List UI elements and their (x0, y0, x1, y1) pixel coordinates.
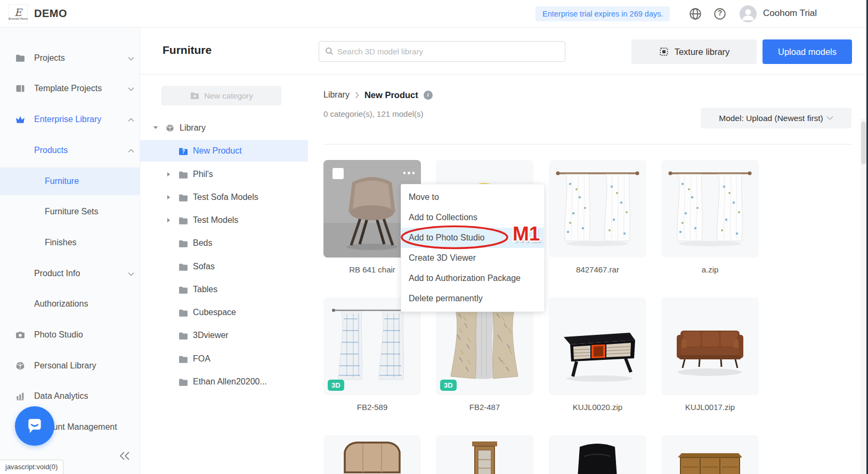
product-thumbnail[interactable] (661, 298, 759, 395)
tree-label: Test Models (193, 210, 238, 231)
menu-item-move-to[interactable]: Move to (401, 187, 544, 207)
tree-label: Tables (193, 279, 217, 300)
globe-icon[interactable] (688, 7, 702, 21)
info-glyph: i (424, 91, 433, 98)
question-glyph: ? (179, 148, 188, 156)
chat-widget-button[interactable] (15, 406, 54, 446)
product-card-a-zip[interactable]: a.zip (661, 160, 759, 276)
help-icon[interactable]: ? (713, 7, 727, 21)
product-thumbnail[interactable] (436, 435, 533, 474)
tree-node-test-sofa-models[interactable]: Test Sofa Models (140, 187, 308, 208)
company-logo[interactable]: E Emerald Home (9, 4, 28, 23)
sidebar-item-projects[interactable]: Projects (0, 44, 140, 72)
product-thumbnail[interactable] (661, 435, 759, 474)
chevron-up-icon (128, 118, 134, 122)
chevron-down-icon (128, 57, 134, 61)
product-card-headboard[interactable] (323, 435, 421, 474)
sidebar-item-furniture[interactable]: Furniture (0, 167, 140, 195)
more-actions-icon[interactable] (403, 172, 415, 174)
tree-node-3dviewer[interactable]: 3Dviewer (140, 325, 308, 346)
sidebar-label: Products (34, 136, 68, 164)
main-content: Texture library Upload models Library Ne… (308, 28, 868, 474)
topbar: E Emerald Home DEMO Enterprise trial exp… (0, 0, 868, 28)
floral-curtains-art (661, 160, 759, 258)
sidebar-item-products[interactable]: Products (0, 136, 140, 164)
folder-icon (178, 215, 189, 226)
sort-dropdown[interactable]: Model: Upload (Newest first) (701, 108, 851, 128)
product-thumbnail[interactable] (549, 298, 646, 395)
tree-node-tables[interactable]: Tables (140, 279, 308, 300)
search-input[interactable] (319, 41, 565, 62)
category-panel: Furniture New category Library ? New Pro… (140, 28, 308, 474)
template-icon (15, 83, 26, 94)
tree-node-beds[interactable]: Beds (140, 232, 308, 254)
scrollbar-thumb[interactable] (861, 122, 866, 164)
sidebar-item-template-projects[interactable]: Template Projects (0, 75, 140, 102)
new-category-label: New category (204, 91, 253, 100)
sidebar-item-authorizations[interactable]: Authorizations (0, 290, 140, 318)
tree-node-phils[interactable]: Phil's (140, 164, 308, 185)
product-card-8427467[interactable]: 8427467.rar (549, 160, 646, 276)
info-icon[interactable]: i (424, 91, 433, 100)
product-card-dresser[interactable] (661, 435, 759, 474)
tree-node-test-models[interactable]: Test Models (140, 210, 308, 231)
product-card-kujl0017[interactable]: KUJL0017.zip (661, 298, 759, 413)
tree-node-new-product[interactable]: ? New Product (140, 140, 308, 162)
caret-right-icon[interactable] (167, 218, 170, 222)
scrollbar-track[interactable] (861, 118, 866, 474)
product-thumbnail[interactable] (661, 160, 759, 258)
content-divider (323, 144, 852, 144)
sidebar-item-photo-studio[interactable]: Photo Studio (0, 321, 140, 349)
tall-cabinet-art (436, 435, 533, 474)
caret-right-icon[interactable] (167, 172, 170, 176)
sidebar-item-enterprise-library[interactable]: Enterprise Library (0, 106, 140, 133)
app-window: E Emerald Home DEMO Enterprise trial exp… (0, 0, 868, 474)
product-card-fb2-487[interactable]: 3D FB2-487 (436, 298, 533, 413)
product-card-kujl0020[interactable]: KUJL0020.zip (549, 298, 646, 413)
folder-icon (178, 308, 189, 318)
media-table-art (549, 298, 646, 395)
status-link-tooltip: javascript:void(0) (0, 460, 63, 474)
tree-node-cubespace[interactable]: Cubespace (140, 302, 308, 323)
avatar[interactable] (740, 5, 757, 22)
account-name[interactable]: Coohom Trial (763, 8, 817, 19)
3d-badge: 3D (328, 380, 344, 391)
bar-chart-icon (15, 391, 26, 401)
menu-item-create-3d-viewer[interactable]: Create 3D Viewer (401, 248, 544, 268)
sidebar-item-furniture-sets[interactable]: Furniture Sets (0, 198, 140, 226)
menu-item-add-to-authorization-package[interactable]: Add to Authorization Package (401, 268, 544, 288)
menu-item-add-to-photo-studio[interactable]: Add to Photo Studio (401, 228, 544, 248)
sidebar-label: Data Analytics (34, 382, 88, 410)
product-thumbnail[interactable]: 3D (436, 298, 533, 395)
product-thumbnail[interactable] (549, 435, 646, 474)
product-card-black-seat[interactable] (549, 435, 646, 474)
cube-icon (165, 123, 175, 133)
sidebar-item-finishes[interactable]: Finishes (0, 229, 140, 256)
tree-label: Cubespace (193, 302, 236, 323)
tree-node-foa[interactable]: FOA (140, 348, 308, 369)
product-thumbnail[interactable]: 3D (323, 298, 421, 395)
sidebar-item-personal-library[interactable]: Personal Library (0, 352, 140, 380)
tree-node-sofas[interactable]: Sofas (140, 256, 308, 277)
texture-library-button[interactable]: Texture library (631, 39, 757, 64)
menu-item-add-to-collections[interactable]: Add to Collections (401, 207, 544, 228)
new-category-button[interactable]: New category (161, 86, 281, 106)
sidebar-item-product-info[interactable]: Product Info (0, 260, 140, 287)
product-thumbnail[interactable] (549, 160, 646, 258)
tree-node-ethan-allen[interactable]: Ethan Allen20200... (140, 371, 308, 392)
folder-icon (178, 238, 189, 249)
product-card-cabinet[interactable] (436, 435, 533, 474)
menu-item-delete-permanently[interactable]: Delete permanently (401, 288, 544, 309)
sidebar-collapse-icon[interactable] (118, 450, 131, 462)
tree-label: Ethan Allen20200... (193, 371, 267, 392)
caret-down-icon[interactable] (153, 126, 158, 129)
texture-library-label: Texture library (675, 47, 730, 57)
upload-models-button[interactable]: Upload models (762, 39, 852, 64)
select-checkbox[interactable] (332, 168, 344, 179)
breadcrumb-library[interactable]: Library (323, 90, 350, 100)
tree-node-library[interactable]: Library (140, 117, 308, 139)
product-thumbnail[interactable] (323, 435, 421, 474)
product-card-fb2-589[interactable]: 3D FB2-589 (323, 298, 421, 413)
caret-right-icon[interactable] (167, 195, 170, 199)
sidebar-item-data-analytics[interactable]: Data Analytics (0, 382, 140, 410)
